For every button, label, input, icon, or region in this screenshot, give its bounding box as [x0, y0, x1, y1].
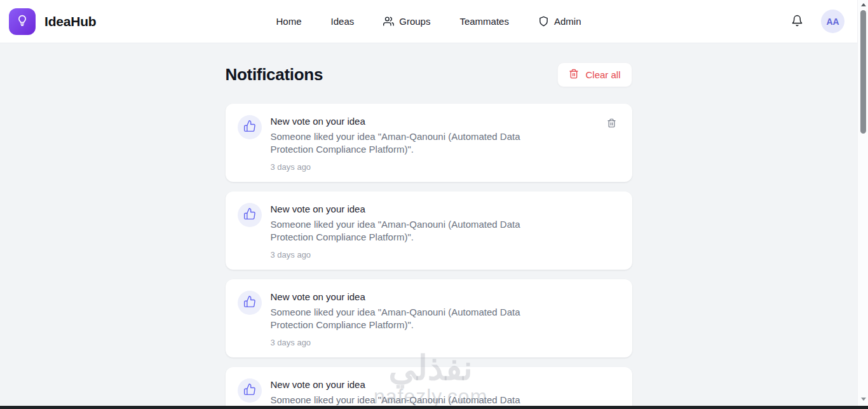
nav-item-ideas[interactable]: Ideas: [331, 16, 355, 27]
notification-card[interactable]: New vote on your idea Someone liked your…: [226, 191, 632, 270]
nav-item-label: Admin: [554, 16, 581, 27]
clear-all-button[interactable]: Clear all: [557, 62, 632, 87]
thumbs-up-icon: [243, 120, 256, 135]
notification-avatar: [238, 203, 262, 227]
trash-icon: [569, 69, 579, 81]
notification-time: 3 days ago: [271, 250, 620, 260]
people-icon: [383, 16, 394, 27]
main-nav: Home Ideas Groups Teammates: [276, 16, 581, 27]
thumbs-up-icon: [243, 295, 256, 310]
scroll-down-arrow[interactable]: [858, 394, 868, 404]
notification-card[interactable]: New vote on your idea Someone liked your…: [226, 367, 632, 409]
notification-title: New vote on your idea: [271, 116, 620, 127]
bell-icon: [791, 15, 803, 29]
vertical-scrollbar[interactable]: [857, 0, 868, 409]
app-logo[interactable]: [9, 8, 36, 35]
nav-item-label: Ideas: [331, 16, 355, 27]
window-bottom-edge: [0, 406, 868, 409]
notification-avatar: [238, 115, 262, 139]
nav-item-admin[interactable]: Admin: [538, 16, 581, 27]
notification-avatar: [238, 378, 262, 403]
notification-title: New vote on your idea: [271, 291, 620, 302]
nav-item-teammates[interactable]: Teammates: [459, 16, 509, 27]
trash-icon: [607, 118, 616, 130]
notification-time: 3 days ago: [271, 338, 620, 347]
top-navbar: IdeaHub Home Ideas Groups Teammates: [0, 0, 857, 43]
notification-avatar: [238, 291, 262, 315]
thumbs-up-icon: [243, 383, 256, 398]
user-avatar[interactable]: AA: [821, 10, 844, 33]
nav-item-home[interactable]: Home: [276, 16, 302, 27]
avatar-initials: AA: [826, 17, 839, 27]
page-title: Notifications: [226, 65, 323, 85]
notification-message: Someone liked your idea "Aman-Qanouni (A…: [271, 218, 557, 244]
main-content: Notifications Clear all: [0, 43, 857, 409]
nav-item-label: Groups: [399, 16, 430, 27]
nav-item-label: Home: [276, 16, 302, 27]
notifications-bell-button[interactable]: [790, 13, 804, 30]
navbar-actions: AA: [790, 10, 844, 33]
brand[interactable]: IdeaHub: [9, 8, 96, 35]
nav-item-label: Teammates: [459, 16, 509, 27]
notification-message: Someone liked your idea "Aman-Qanouni (A…: [271, 306, 557, 331]
shield-icon: [538, 16, 549, 27]
scroll-up-arrow[interactable]: [858, 0, 868, 10]
page-header: Notifications Clear all: [226, 62, 632, 87]
notification-message: Someone liked your idea "Aman-Qanouni (A…: [271, 130, 557, 156]
notification-title: New vote on your idea: [271, 379, 620, 390]
notification-time: 3 days ago: [271, 162, 620, 172]
thumbs-up-icon: [243, 207, 256, 223]
app-title: IdeaHub: [44, 14, 96, 29]
scrollbar-thumb[interactable]: [860, 10, 866, 134]
notification-card[interactable]: New vote on your idea Someone liked your…: [226, 279, 632, 357]
clear-all-label: Clear all: [585, 69, 620, 80]
nav-item-groups[interactable]: Groups: [383, 16, 430, 27]
notification-list: New vote on your idea Someone liked your…: [226, 104, 632, 409]
lightbulb-icon: [15, 13, 29, 30]
notification-title: New vote on your idea: [271, 204, 620, 214]
delete-notification-button[interactable]: [607, 118, 616, 130]
notification-card[interactable]: New vote on your idea Someone liked your…: [226, 104, 632, 182]
